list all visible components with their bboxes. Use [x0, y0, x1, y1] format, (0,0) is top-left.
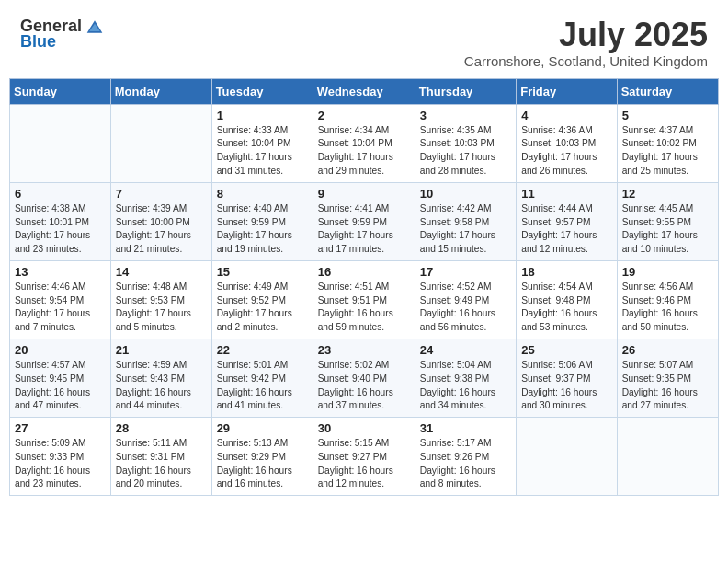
day-number: 9: [318, 187, 410, 201]
calendar-week-row: 6Sunrise: 4:38 AMSunset: 10:01 PMDayligh…: [10, 182, 719, 260]
day-number: 6: [15, 187, 106, 201]
cell-text: Sunrise: 4:39 AMSunset: 10:00 PMDaylight…: [116, 202, 207, 257]
cell-text: Sunrise: 4:52 AMSunset: 9:49 PMDaylight:…: [420, 281, 511, 335]
cell-text: Sunrise: 4:48 AMSunset: 9:53 PMDaylight:…: [116, 281, 207, 335]
day-number: 16: [318, 265, 410, 279]
page-header: General Blue July 2025 Carronshore, Scot…: [9, 9, 719, 73]
logo-blue: Blue: [20, 32, 56, 52]
cell-text: Sunrise: 4:34 AMSunset: 10:04 PMDaylight…: [318, 124, 410, 178]
cell-text: Sunrise: 4:54 AMSunset: 9:48 PMDaylight:…: [521, 281, 611, 335]
cell-text: Sunrise: 4:49 AMSunset: 9:52 PMDaylight:…: [217, 281, 308, 335]
cell-text: Sunrise: 4:36 AMSunset: 10:03 PMDaylight…: [521, 124, 611, 178]
month-title: July 2025: [464, 17, 708, 53]
cell-text: Sunrise: 4:56 AMSunset: 9:46 PMDaylight:…: [622, 281, 713, 335]
day-number: 30: [318, 421, 410, 435]
day-number: 27: [15, 421, 106, 435]
weekday-header: Wednesday: [313, 78, 415, 104]
calendar-cell: 14Sunrise: 4:48 AMSunset: 9:53 PMDayligh…: [110, 260, 211, 339]
calendar-cell: [517, 418, 617, 496]
day-number: 8: [217, 187, 308, 201]
cell-text: Sunrise: 5:17 AMSunset: 9:26 PMDaylight:…: [420, 437, 511, 491]
calendar-cell: [10, 104, 111, 182]
calendar-cell: 10Sunrise: 4:42 AMSunset: 9:58 PMDayligh…: [415, 182, 516, 260]
calendar-cell: 16Sunrise: 4:51 AMSunset: 9:51 PMDayligh…: [313, 260, 415, 339]
calendar-cell: 25Sunrise: 5:06 AMSunset: 9:37 PMDayligh…: [517, 339, 617, 417]
cell-text: Sunrise: 4:42 AMSunset: 9:58 PMDaylight:…: [420, 202, 511, 257]
day-number: 5: [622, 109, 713, 122]
calendar-cell: 8Sunrise: 4:40 AMSunset: 9:59 PMDaylight…: [211, 182, 313, 260]
day-number: 25: [521, 343, 611, 357]
calendar-cell: 28Sunrise: 5:11 AMSunset: 9:31 PMDayligh…: [110, 418, 211, 496]
day-number: 17: [420, 265, 511, 279]
calendar-cell: 7Sunrise: 4:39 AMSunset: 10:00 PMDayligh…: [110, 182, 211, 260]
cell-text: Sunrise: 4:37 AMSunset: 10:02 PMDaylight…: [622, 124, 713, 178]
day-number: 31: [420, 421, 511, 435]
day-number: 12: [622, 187, 713, 201]
calendar-table: SundayMondayTuesdayWednesdayThursdayFrid…: [9, 78, 719, 497]
cell-text: Sunrise: 4:45 AMSunset: 9:55 PMDaylight:…: [622, 202, 713, 257]
cell-text: Sunrise: 4:51 AMSunset: 9:51 PMDaylight:…: [318, 281, 410, 335]
cell-text: Sunrise: 4:44 AMSunset: 9:57 PMDaylight:…: [521, 202, 611, 257]
weekday-header: Sunday: [10, 78, 111, 104]
day-number: 29: [217, 421, 308, 435]
logo-icon: [85, 17, 104, 36]
calendar-cell: 30Sunrise: 5:15 AMSunset: 9:27 PMDayligh…: [313, 418, 415, 496]
weekday-header: Friday: [517, 78, 617, 104]
title-block: July 2025 Carronshore, Scotland, United …: [464, 17, 708, 69]
cell-text: Sunrise: 5:15 AMSunset: 9:27 PMDaylight:…: [318, 437, 410, 491]
calendar-week-row: 20Sunrise: 4:57 AMSunset: 9:45 PMDayligh…: [10, 339, 719, 417]
calendar-cell: 4Sunrise: 4:36 AMSunset: 10:03 PMDayligh…: [517, 104, 617, 182]
calendar-cell: 19Sunrise: 4:56 AMSunset: 9:46 PMDayligh…: [617, 260, 718, 339]
calendar-cell: 11Sunrise: 4:44 AMSunset: 9:57 PMDayligh…: [517, 182, 617, 260]
day-number: 22: [217, 343, 308, 357]
calendar-cell: 29Sunrise: 5:13 AMSunset: 9:29 PMDayligh…: [211, 418, 313, 496]
calendar-cell: 17Sunrise: 4:52 AMSunset: 9:49 PMDayligh…: [415, 260, 516, 339]
day-number: 21: [116, 343, 207, 357]
day-number: 26: [622, 343, 713, 357]
calendar-cell: 3Sunrise: 4:35 AMSunset: 10:03 PMDayligh…: [415, 104, 516, 182]
calendar-cell: 12Sunrise: 4:45 AMSunset: 9:55 PMDayligh…: [617, 182, 718, 260]
calendar-cell: 26Sunrise: 5:07 AMSunset: 9:35 PMDayligh…: [617, 339, 718, 417]
cell-text: Sunrise: 4:40 AMSunset: 9:59 PMDaylight:…: [217, 202, 308, 257]
calendar-cell: 1Sunrise: 4:33 AMSunset: 10:04 PMDayligh…: [211, 104, 313, 182]
day-number: 24: [420, 343, 511, 357]
calendar-cell: 31Sunrise: 5:17 AMSunset: 9:26 PMDayligh…: [415, 418, 516, 496]
cell-text: Sunrise: 5:04 AMSunset: 9:38 PMDaylight:…: [420, 359, 511, 413]
calendar-cell: 13Sunrise: 4:46 AMSunset: 9:54 PMDayligh…: [10, 260, 111, 339]
cell-text: Sunrise: 5:02 AMSunset: 9:40 PMDaylight:…: [318, 359, 410, 413]
cell-text: Sunrise: 4:38 AMSunset: 10:01 PMDaylight…: [15, 202, 106, 257]
cell-text: Sunrise: 4:35 AMSunset: 10:03 PMDaylight…: [420, 124, 511, 178]
weekday-header: Saturday: [617, 78, 718, 104]
calendar-cell: 5Sunrise: 4:37 AMSunset: 10:02 PMDayligh…: [617, 104, 718, 182]
cell-text: Sunrise: 4:41 AMSunset: 9:59 PMDaylight:…: [318, 202, 410, 257]
day-number: 23: [318, 343, 410, 357]
cell-text: Sunrise: 4:33 AMSunset: 10:04 PMDaylight…: [217, 124, 308, 178]
day-number: 14: [116, 265, 207, 279]
day-number: 11: [521, 187, 611, 201]
calendar-cell: 22Sunrise: 5:01 AMSunset: 9:42 PMDayligh…: [211, 339, 313, 417]
day-number: 18: [521, 265, 611, 279]
calendar-cell: 9Sunrise: 4:41 AMSunset: 9:59 PMDaylight…: [313, 182, 415, 260]
cell-text: Sunrise: 5:11 AMSunset: 9:31 PMDaylight:…: [116, 437, 207, 491]
cell-text: Sunrise: 4:57 AMSunset: 9:45 PMDaylight:…: [15, 359, 106, 413]
calendar-week-row: 13Sunrise: 4:46 AMSunset: 9:54 PMDayligh…: [10, 260, 719, 339]
calendar-cell: [617, 418, 718, 496]
calendar-cell: 15Sunrise: 4:49 AMSunset: 9:52 PMDayligh…: [211, 260, 313, 339]
calendar-cell: 27Sunrise: 5:09 AMSunset: 9:33 PMDayligh…: [10, 418, 111, 496]
day-number: 28: [116, 421, 207, 435]
cell-text: Sunrise: 5:01 AMSunset: 9:42 PMDaylight:…: [217, 359, 308, 413]
day-number: 4: [521, 109, 611, 122]
cell-text: Sunrise: 4:59 AMSunset: 9:43 PMDaylight:…: [116, 359, 207, 413]
weekday-header: Monday: [110, 78, 211, 104]
calendar-cell: 23Sunrise: 5:02 AMSunset: 9:40 PMDayligh…: [313, 339, 415, 417]
day-number: 7: [116, 187, 207, 201]
cell-text: Sunrise: 5:13 AMSunset: 9:29 PMDaylight:…: [217, 437, 308, 491]
day-number: 13: [15, 265, 106, 279]
calendar-cell: 2Sunrise: 4:34 AMSunset: 10:04 PMDayligh…: [313, 104, 415, 182]
day-number: 15: [217, 265, 308, 279]
day-number: 3: [420, 109, 511, 122]
cell-text: Sunrise: 5:09 AMSunset: 9:33 PMDaylight:…: [15, 437, 106, 491]
calendar-cell: 6Sunrise: 4:38 AMSunset: 10:01 PMDayligh…: [10, 182, 111, 260]
day-number: 19: [622, 265, 713, 279]
day-number: 20: [15, 343, 106, 357]
